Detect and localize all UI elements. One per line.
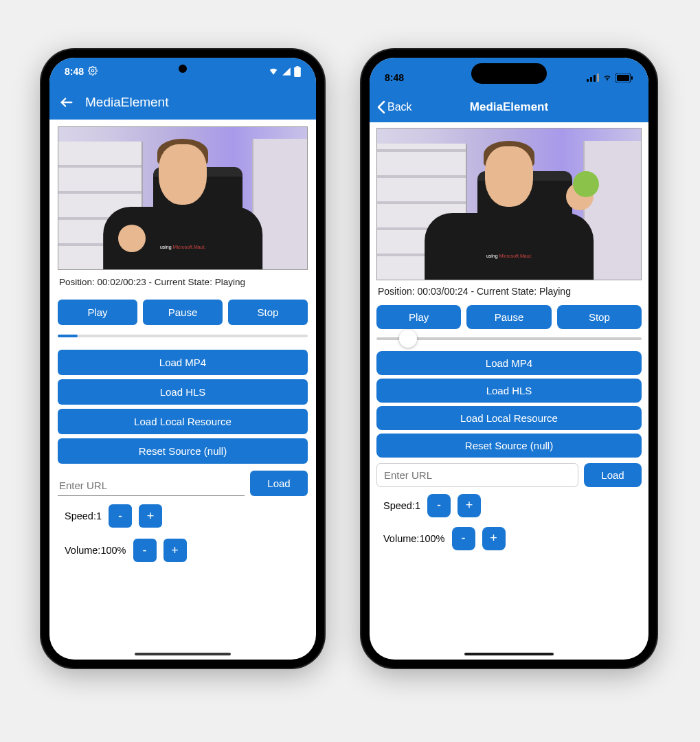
url-row: Load	[376, 463, 642, 487]
load-mp4-button[interactable]: Load MP4	[376, 351, 642, 375]
volume-increase-button[interactable]: +	[482, 527, 506, 550]
load-button-stack: Load MP4 Load HLS Load Local Resource Re…	[58, 350, 308, 464]
speed-control-row: Speed:1 - +	[58, 502, 308, 530]
url-row: Load	[58, 471, 308, 496]
signal-icon	[282, 67, 291, 76]
ios-header-bar: Back MediaElement	[370, 92, 648, 122]
seek-slider[interactable]	[376, 333, 642, 347]
dynamic-island	[471, 63, 547, 84]
pause-button[interactable]: Pause	[143, 300, 223, 325]
android-camera-dot	[179, 65, 187, 73]
page-title: MediaElement	[85, 95, 168, 110]
reset-source-button[interactable]: Reset Source (null)	[376, 434, 642, 458]
back-arrow-icon[interactable]	[59, 95, 74, 110]
status-time: 8:48	[385, 72, 404, 83]
load-local-button[interactable]: Load Local Resource	[376, 406, 642, 430]
load-button-stack: Load MP4 Load HLS Load Local Resource Re…	[376, 351, 642, 458]
speed-label: Speed:1	[383, 500, 420, 511]
home-indicator	[135, 653, 231, 655]
playback-button-row: Play Pause Stop	[376, 305, 642, 329]
android-phone-frame: 8:48 MediaElement	[41, 49, 324, 668]
ios-phone-frame: 8:48 Back MediaElement	[361, 49, 657, 668]
svg-rect-9	[617, 75, 629, 81]
shirt-text: using Microsoft.Maui;	[486, 254, 532, 258]
video-player[interactable]: using Microsoft.Maui;	[58, 126, 308, 270]
apple-prop	[573, 171, 599, 197]
load-hls-button[interactable]: Load HLS	[376, 379, 642, 403]
wifi-icon	[602, 74, 613, 82]
svg-rect-7	[597, 74, 599, 82]
load-local-button[interactable]: Load Local Resource	[58, 409, 308, 434]
speed-label: Speed:1	[65, 510, 102, 521]
android-content: using Microsoft.Maui; Position: 00:02/00…	[49, 120, 316, 660]
home-indicator	[464, 653, 554, 655]
playback-status-text: Position: 00:03/00:24 - Current State: P…	[376, 284, 642, 301]
gear-icon	[88, 66, 98, 78]
reset-source-button[interactable]: Reset Source (null)	[58, 438, 308, 464]
svg-rect-2	[296, 66, 298, 67]
svg-point-0	[91, 69, 94, 72]
speed-increase-button[interactable]: +	[139, 504, 162, 528]
url-input[interactable]	[376, 463, 578, 487]
seek-slider[interactable]	[58, 330, 308, 344]
ios-screen: 8:48 Back MediaElement	[370, 58, 648, 660]
playback-button-row: Play Pause Stop	[58, 300, 308, 325]
status-time: 8:48	[65, 66, 84, 77]
wifi-icon	[268, 67, 279, 76]
svg-rect-1	[294, 67, 301, 77]
volume-increase-button[interactable]: +	[163, 539, 187, 562]
load-mp4-button[interactable]: Load MP4	[58, 350, 308, 375]
speed-control-row: Speed:1 - +	[376, 491, 642, 520]
svg-rect-4	[587, 79, 589, 82]
load-hls-button[interactable]: Load HLS	[58, 379, 308, 405]
volume-label: Volume:100%	[65, 545, 126, 556]
stop-button[interactable]: Stop	[228, 300, 308, 325]
speed-decrease-button[interactable]: -	[427, 494, 451, 517]
back-label: Back	[387, 101, 412, 113]
url-input[interactable]	[58, 475, 245, 496]
playback-status-text: Position: 00:02/00:23 - Current State: P…	[58, 276, 308, 294]
volume-decrease-button[interactable]: -	[133, 539, 157, 562]
battery-icon	[616, 74, 633, 82]
load-url-button[interactable]: Load	[250, 471, 308, 496]
svg-rect-6	[594, 75, 596, 82]
volume-control-row: Volume:100% - +	[376, 524, 642, 553]
stop-button[interactable]: Stop	[557, 305, 642, 329]
play-button[interactable]: Play	[58, 300, 137, 325]
pause-button[interactable]: Pause	[466, 305, 551, 329]
volume-control-row: Volume:100% - +	[58, 536, 308, 565]
battery-icon	[294, 66, 301, 77]
video-player[interactable]: using Microsoft.Maui;	[376, 128, 642, 280]
shirt-text: using Microsoft.Maui;	[160, 245, 205, 249]
page-title: MediaElement	[470, 100, 548, 114]
back-button[interactable]: Back	[376, 100, 412, 114]
android-header-bar: MediaElement	[49, 85, 316, 120]
load-url-button[interactable]: Load	[584, 463, 642, 487]
signal-icon	[587, 74, 599, 82]
svg-rect-5	[590, 77, 592, 82]
volume-label: Volume:100%	[383, 533, 445, 544]
volume-decrease-button[interactable]: -	[452, 527, 475, 550]
play-button[interactable]: Play	[376, 305, 461, 329]
svg-rect-10	[631, 76, 633, 80]
speed-decrease-button[interactable]: -	[109, 504, 132, 528]
ios-content: using Microsoft.Maui; Position: 00:03/00…	[370, 122, 648, 660]
chevron-left-icon	[376, 100, 386, 114]
android-screen: 8:48 MediaElement	[49, 58, 316, 660]
speed-increase-button[interactable]: +	[458, 494, 481, 517]
